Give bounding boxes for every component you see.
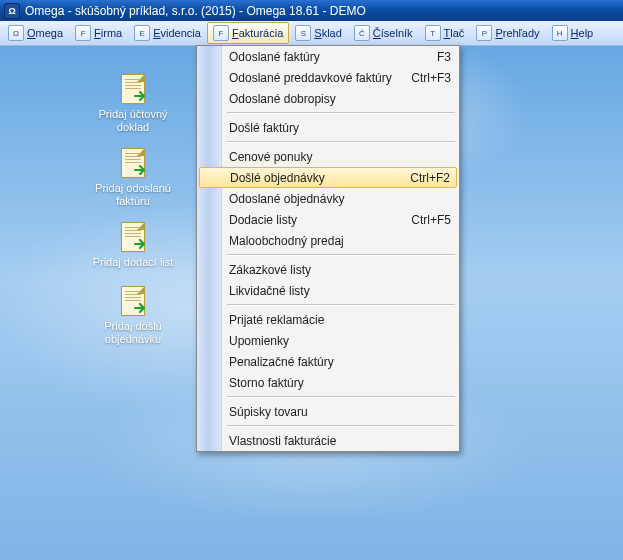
- shortcut-label: Pridaj došlú objednávku: [88, 320, 178, 346]
- dropdown-item[interactable]: Odoslané faktúryF3: [197, 46, 459, 67]
- dropdown-item[interactable]: Cenové ponuky: [197, 146, 459, 167]
- dropdown-item[interactable]: Prijaté reklamácie: [197, 309, 459, 330]
- menu-omega-icon: Ω: [8, 25, 24, 41]
- menu-tlac-icon: T: [425, 25, 441, 41]
- menu-firma-icon: F: [75, 25, 91, 41]
- menu-fakturacia-dropdown: Odoslané faktúryF3 Odoslané preddavkové …: [196, 45, 460, 452]
- dropdown-separator: [227, 396, 455, 398]
- menu-prehlady-icon: P: [476, 25, 492, 41]
- window-title: Omega - skúšobný príklad, s.r.o. (2015) …: [25, 4, 366, 18]
- dropdown-item[interactable]: Súpisky tovaru: [197, 401, 459, 422]
- menu-firma[interactable]: F Firma: [69, 21, 128, 45]
- dropdown-separator: [227, 112, 455, 114]
- desktop-shortcut[interactable]: Pridaj účtovný doklad: [88, 72, 178, 134]
- dropdown-item[interactable]: Odoslané objednávky: [197, 188, 459, 209]
- menu-ciselnik[interactable]: Č Číselník: [348, 21, 419, 45]
- menu-sklad[interactable]: S Sklad: [289, 21, 348, 45]
- dropdown-item[interactable]: Zákazkové listy: [197, 259, 459, 280]
- dropdown-separator: [227, 304, 455, 306]
- dropdown-item[interactable]: Odoslané preddavkové faktúryCtrl+F3: [197, 67, 459, 88]
- menu-sklad-icon: S: [295, 25, 311, 41]
- menu-omega[interactable]: Ω Omega: [2, 21, 69, 45]
- menu-evidencia-icon: E: [134, 25, 150, 41]
- dropdown-item[interactable]: Upomienky: [197, 330, 459, 351]
- dropdown-item[interactable]: Likvidačné listy: [197, 280, 459, 301]
- window-titlebar: Ω Omega - skúšobný príklad, s.r.o. (2015…: [0, 0, 623, 21]
- dropdown-item[interactable]: Vlastnosti fakturácie: [197, 430, 459, 451]
- document-add-icon: [117, 284, 149, 316]
- dropdown-item[interactable]: Maloobchodný predaj: [197, 230, 459, 251]
- dropdown-item[interactable]: Odoslané dobropisy: [197, 88, 459, 109]
- menu-tlac[interactable]: T Tlač: [419, 21, 471, 45]
- document-add-icon: [117, 220, 149, 252]
- menu-help[interactable]: H Help: [546, 21, 600, 45]
- dropdown-separator: [227, 141, 455, 143]
- menu-fakturacia-icon: F: [213, 25, 229, 41]
- desktop-shortcut[interactable]: Pridaj odoslanú faktúru: [88, 146, 178, 208]
- menu-fakturacia[interactable]: F Fakturácia: [207, 22, 289, 44]
- app-icon: Ω: [4, 3, 20, 19]
- desktop-shortcut[interactable]: Pridaj došlú objednávku: [88, 284, 178, 346]
- dropdown-separator: [227, 254, 455, 256]
- menu-prehlady[interactable]: P Prehľady: [470, 21, 545, 45]
- dropdown-item[interactable]: Dodacie listyCtrl+F5: [197, 209, 459, 230]
- document-add-icon: [117, 146, 149, 178]
- dropdown-separator: [227, 425, 455, 427]
- dropdown-item-hover[interactable]: Došlé objednávkyCtrl+F2: [199, 167, 457, 188]
- desktop-shortcut[interactable]: Pridaj dodací list: [88, 220, 178, 269]
- dropdown-item[interactable]: Došlé faktúry: [197, 117, 459, 138]
- document-add-icon: [117, 72, 149, 104]
- dropdown-item[interactable]: Storno faktúry: [197, 372, 459, 393]
- menu-ciselnik-icon: Č: [354, 25, 370, 41]
- menu-evidencia[interactable]: E Evidencia: [128, 21, 207, 45]
- shortcut-label: Pridaj odoslanú faktúru: [88, 182, 178, 208]
- shortcut-label: Pridaj dodací list: [88, 256, 178, 269]
- menubar: Ω Omega F Firma E Evidencia F Fakturácia…: [0, 21, 623, 46]
- dropdown-item[interactable]: Penalizačné faktúry: [197, 351, 459, 372]
- menu-help-icon: H: [552, 25, 568, 41]
- shortcut-label: Pridaj účtovný doklad: [88, 108, 178, 134]
- desktop: Ω Omega - skúšobný príklad, s.r.o. (2015…: [0, 0, 623, 560]
